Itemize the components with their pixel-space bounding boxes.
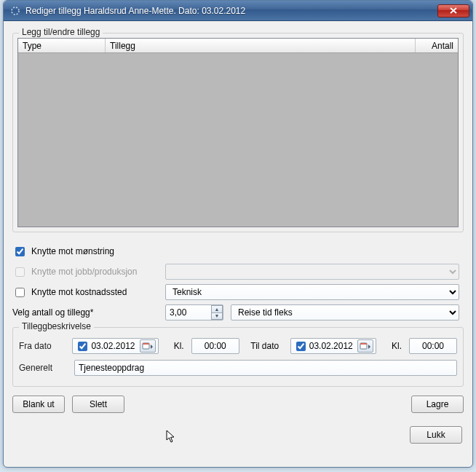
desc-legend: Tilleggbeskrivelse — [19, 321, 94, 331]
til-time-input[interactable] — [409, 338, 457, 354]
tillegg-grid[interactable]: Type Tillegg Antall — [17, 38, 459, 227]
fra-dato-picker[interactable]: 03.02.2012 — [72, 338, 158, 354]
lukk-button[interactable]: Lukk — [410, 426, 462, 444]
generelt-input[interactable] — [74, 360, 457, 376]
amount-stepper[interactable]: ▲ ▼ — [165, 304, 223, 320]
svg-rect-4 — [360, 343, 367, 345]
monstrering-checkbox[interactable] — [15, 247, 25, 256]
til-dato-value[interactable]: 03.02.2012 — [308, 341, 354, 351]
fra-dato-value[interactable]: 03.02.2012 — [90, 341, 136, 351]
app-icon — [9, 5, 21, 17]
window-title: Rediger tillegg Haraldsrud Anne-Mette. D… — [25, 6, 437, 16]
amount-spin[interactable]: ▲ ▼ — [211, 305, 223, 320]
velg-label: Velg antall og tillegg* — [12, 307, 93, 318]
row-jobb: Knytte mot jobb/produksjon — [12, 261, 464, 282]
desc-row-generelt: Generelt — [19, 357, 457, 379]
close-button[interactable] — [437, 4, 469, 17]
spin-up-icon[interactable]: ▲ — [211, 305, 223, 312]
row-velg: Velg antall og tillegg* ▲ ▼ Reise tid fl… — [12, 302, 464, 323]
row-kostnad: Knytte mot kostnadssted Teknisk — [12, 282, 464, 302]
til-dato-label: Til dato — [247, 341, 283, 351]
generelt-label: Generelt — [19, 363, 67, 373]
grid-header: Type Tillegg Antall — [18, 39, 458, 53]
blank-button[interactable]: Blank ut — [12, 396, 65, 413]
fra-dato-calendar-button[interactable] — [140, 339, 156, 353]
jobb-label: Knytte mot jobb/produksjon — [31, 267, 137, 277]
fra-time-input[interactable] — [191, 338, 239, 354]
kl-label-2: Kl. — [388, 341, 402, 351]
desc-group: Tilleggbeskrivelse Fra dato 03.02.2012 — [12, 327, 464, 387]
til-dato-checkbox[interactable] — [296, 342, 306, 351]
svg-point-0 — [12, 7, 19, 15]
close-icon — [450, 7, 457, 14]
jobb-select — [165, 264, 459, 280]
grid-body — [18, 53, 458, 227]
kl-label-1: Kl. — [170, 341, 184, 351]
til-dato-picker[interactable]: 03.02.2012 — [290, 338, 376, 354]
desc-row-dates: Fra dato 03.02.2012 Kl. — [19, 335, 457, 357]
form-area: Knytte mot mønstring Knytte mot jobb/pro… — [12, 241, 464, 444]
calendar-icon — [360, 342, 371, 350]
slett-button[interactable]: Slett — [72, 396, 124, 413]
tillegg-group-legend: Legg til/endre tillegg — [19, 27, 103, 37]
svg-rect-2 — [143, 343, 149, 345]
kostnad-label: Knytte mot kostnadssted — [31, 287, 127, 297]
fra-dato-label: Fra dato — [19, 341, 65, 351]
tillegg-group: Legg til/endre tillegg Type Tillegg Anta… — [12, 33, 464, 232]
col-tillegg[interactable]: Tillegg — [106, 39, 416, 52]
til-dato-calendar-button[interactable] — [357, 339, 373, 353]
calendar-icon — [142, 342, 154, 350]
monstrering-label: Knytte mot mønstring — [31, 246, 114, 256]
window: Rediger tillegg Haraldsrud Anne-Mette. D… — [3, 0, 473, 468]
button-bar-2: Lukk — [12, 426, 462, 444]
kostnad-select[interactable]: Teknisk — [165, 284, 459, 300]
col-antall[interactable]: Antall — [416, 39, 458, 52]
tillegg-type-select[interactable]: Reise tid fleks — [231, 304, 459, 320]
fra-dato-checkbox[interactable] — [78, 342, 87, 351]
titlebar: Rediger tillegg Haraldsrud Anne-Mette. D… — [4, 1, 472, 21]
kostnad-checkbox[interactable] — [15, 288, 25, 297]
row-monstrering: Knytte mot mønstring — [12, 241, 464, 261]
spin-down-icon[interactable]: ▼ — [211, 312, 223, 320]
jobb-checkbox — [15, 267, 25, 277]
button-bar-1: Blank ut Slett Lagre — [12, 396, 464, 413]
col-type[interactable]: Type — [18, 39, 106, 52]
lagre-button[interactable]: Lagre — [411, 396, 464, 413]
window-body: Legg til/endre tillegg Type Tillegg Anta… — [4, 21, 472, 467]
